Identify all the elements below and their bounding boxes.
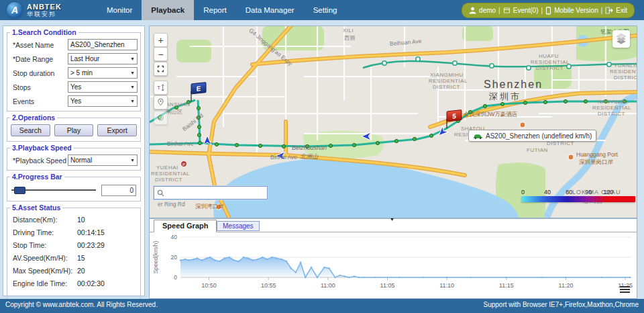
field-label: Events: [10, 97, 68, 105]
fullscreen-button[interactable]: [154, 62, 168, 76]
username[interactable]: demo: [479, 7, 496, 14]
section-title: 1.Search Condition: [10, 28, 78, 36]
nav-item-data-manager[interactable]: Data Manager: [236, 0, 304, 20]
tab-speed-graph[interactable]: Speed Graph: [154, 220, 217, 232]
status-row: Max Speed(Km/H):20: [10, 264, 138, 277]
copyright-text: Copyright © www.anbtek.com. All Rights R…: [5, 301, 158, 308]
car-icon: [473, 133, 483, 139]
play-button[interactable]: Play: [54, 124, 94, 136]
separator: |: [601, 7, 603, 14]
field-input-0[interactable]: AS200_Shenzhen: [68, 39, 138, 50]
asset-status-section: 5.Asset Status Distance(Km):10Driving Ti…: [7, 204, 141, 313]
tab-messages[interactable]: Messages: [217, 221, 260, 231]
chevron-down-icon: ▼: [130, 54, 135, 64]
vehicle-tooltip-text: AS200_Shenzhen (undefined km/h): [486, 132, 592, 140]
svg-text:20: 20: [171, 254, 178, 261]
event-link[interactable]: Event(0): [513, 7, 539, 14]
status-value: 00:14:15: [77, 228, 105, 236]
status-row: AV.Speed(Km/H):15: [10, 251, 138, 264]
chevron-down-icon: ▼: [130, 155, 135, 165]
field-select-4[interactable]: Yes▼: [68, 95, 138, 107]
x-tick-label: 11:05: [380, 282, 395, 289]
chart-menu-button[interactable]: [620, 285, 630, 294]
nav-item-playback[interactable]: Playback: [142, 0, 194, 20]
pin-icon: [156, 97, 166, 107]
progress-slider[interactable]: [11, 189, 96, 191]
status-label: Driving Time:: [10, 228, 77, 236]
nav-item-report[interactable]: Report: [194, 0, 236, 20]
footer: Copyright © www.anbtek.com. All Rights R…: [0, 299, 644, 313]
legend-tick-labels: 0408090120: [521, 189, 635, 196]
x-tick-label: 10:50: [201, 282, 217, 289]
export-button[interactable]: Export: [97, 124, 137, 136]
field-select-3[interactable]: Yes▼: [68, 81, 138, 93]
mobile-version-link[interactable]: Mobile Version: [554, 7, 598, 14]
field-label: *Asset Name: [10, 41, 68, 49]
legend-tick: 40: [544, 189, 551, 195]
section-title: 4.Progress Bar: [10, 173, 64, 181]
legend-tick: 90: [585, 189, 592, 195]
draw-shape-button[interactable]: [154, 111, 168, 125]
progress-value-field[interactable]: 0: [101, 185, 136, 196]
search-condition-section: 1.Search Condition *Asset NameAS200_Shen…: [7, 28, 141, 111]
map-canvas[interactable]: P E 5 XILI西丽Beihuan Ave笔架山公园HUAFURESIDEN…: [149, 26, 637, 218]
chevron-down-icon: ▼: [130, 96, 135, 106]
exit-link[interactable]: Exit: [616, 7, 627, 14]
search-field-row: *Date RangeLast Hour▼: [10, 52, 138, 66]
y-axis-label: Speed(km/h): [152, 241, 159, 274]
bottom-panel: ▼ Speed Graph Messages 0204010:5010:5511…: [149, 218, 637, 299]
status-value: 15: [77, 254, 85, 262]
map-search-input[interactable]: [167, 189, 264, 197]
polygon-icon: [156, 113, 166, 123]
speed-chart: 0204010:5010:5511:0011:0511:1011:1511:20…: [150, 232, 637, 298]
brand-name-cn: 华联安邦: [27, 11, 62, 17]
playback-speed-section: 3.Playback Speed *Playback Speed Normal▼: [7, 144, 141, 171]
status-value: 20: [77, 267, 85, 275]
operations-section: 2.Operations SearchPlayExport: [7, 114, 141, 142]
status-value: 00:02:30: [77, 279, 105, 287]
measure-tool-button[interactable]: T: [154, 81, 168, 95]
nav-item-setting[interactable]: Setting: [304, 0, 347, 20]
vehicle-tooltip: AS200_Shenzhen (undefined km/h): [468, 130, 596, 142]
status-label: AV.Speed(Km/H):: [10, 254, 77, 262]
search-field-row: *Asset NameAS200_Shenzhen: [10, 38, 138, 52]
status-label: Max Speed(Km/H):: [10, 267, 77, 275]
field-label: *Date Range: [10, 55, 68, 63]
zoom-in-button[interactable]: +: [154, 33, 168, 47]
legend-tick: 120: [603, 189, 613, 195]
status-label: Engine Idle Time:: [10, 279, 77, 287]
svg-text:P: P: [182, 163, 185, 167]
search-field-row: StopsYes▼: [10, 80, 138, 94]
status-row: Engine Idle Time:00:02:30: [10, 277, 138, 289]
separator: |: [498, 7, 500, 14]
field-select-2[interactable]: > 5 min▼: [68, 67, 138, 79]
progress-slider-handle[interactable]: [14, 187, 25, 194]
top-navbar: A ANBTEK 华联安邦 MonitorPlaybackReportData …: [0, 0, 644, 20]
search-field-row: Stop duration> 5 min▼: [10, 66, 138, 80]
measure-icon: T: [156, 83, 166, 93]
status-label: Distance(Km):: [10, 216, 77, 224]
location-pin-button[interactable]: [154, 95, 168, 109]
search-field-row: EventsYes▼: [10, 94, 138, 108]
status-label: Stop Time:: [10, 241, 77, 249]
layers-icon: [614, 33, 628, 45]
search-button[interactable]: Search: [11, 124, 50, 136]
nav-item-monitor[interactable]: Monitor: [97, 0, 142, 20]
playback-speed-select[interactable]: Normal▼: [68, 154, 138, 166]
fullscreen-icon: [156, 64, 166, 74]
playback-speed-label: *Playback Speed: [10, 156, 68, 165]
layers-button[interactable]: [612, 30, 630, 48]
progress-bar-section: 4.Progress Bar 0: [7, 173, 141, 202]
chevron-down-icon: ▼: [130, 82, 135, 92]
chevron-down-icon: ▼: [130, 68, 135, 78]
separator: |: [541, 7, 543, 14]
field-select-1[interactable]: Last Hour▼: [68, 53, 138, 64]
map-search-box: [154, 186, 268, 199]
browser-support-text: Support with Browser IE7+,Firefox,Maxtho…: [484, 301, 639, 308]
zoom-out-button[interactable]: −: [154, 47, 168, 61]
x-tick-label: 11:15: [499, 282, 514, 289]
speed-color-legend: 0408090120: [521, 189, 635, 202]
svg-text:0: 0: [174, 274, 177, 281]
status-row: Driving Time:00:14:15: [10, 226, 138, 238]
status-value: 00:23:29: [77, 241, 105, 249]
